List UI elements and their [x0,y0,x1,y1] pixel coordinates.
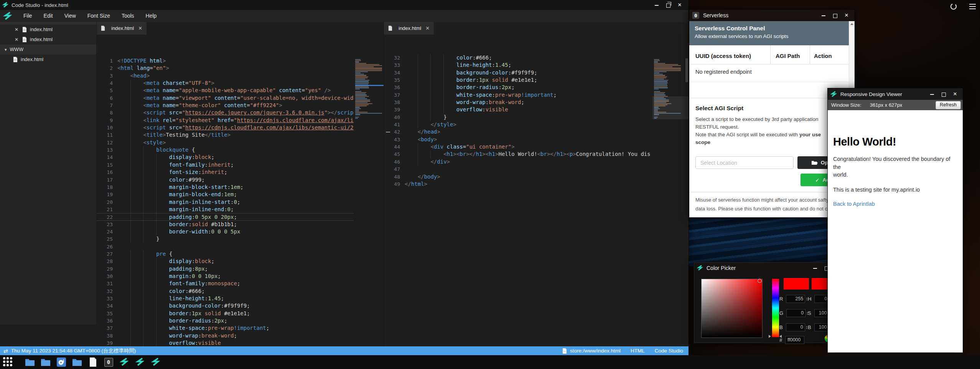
indent-guide [156,184,156,191]
restore-icon[interactable] [662,0,674,10]
maximize-icon[interactable] [938,89,949,99]
close-icon[interactable]: ✕ [15,35,18,45]
folder-icon[interactable] [72,357,82,367]
minimap[interactable] [354,58,384,346]
file-icon [388,26,393,31]
hue-input[interactable]: 0 [814,295,829,303]
indent-guide [130,206,131,213]
minimap-line [355,90,384,91]
status-appname[interactable]: Code Studio [655,348,683,354]
page-paragraph: Congratulation! You discovered the bound… [833,155,957,179]
indent-guide [130,124,131,131]
media-player-icon[interactable] [57,357,66,367]
indent-guide [156,288,156,295]
scroll-up-icon[interactable] [849,21,855,27]
minimize-icon[interactable] [818,10,829,21]
saturation-input[interactable]: 100 [814,309,829,317]
indent-guide [418,76,418,84]
editor-pane-right[interactable]: index.html ✕ 32 color:#666;33 line-heigh… [384,22,688,346]
indent-guide [130,295,131,302]
app-launcher-icon[interactable] [3,357,14,367]
menu-help[interactable]: Help [140,10,163,22]
menu-tools[interactable]: Tools [116,10,140,22]
section-title: Select AGI Script [695,105,743,112]
document-icon[interactable] [88,357,97,367]
code-studio-icon[interactable] [135,357,145,367]
minimize-icon[interactable] [809,263,821,273]
indent-guide [156,280,156,287]
minimap-line [355,112,384,113]
refresh-button[interactable]: Refresh [936,101,961,109]
field-label: G [779,310,783,316]
sidebar-item-index-html[interactable]: ✕ <> index.html [0,25,96,35]
red-input[interactable]: 255 [786,295,805,303]
close-icon[interactable]: ✕ [425,25,430,31]
close-icon[interactable]: × [674,0,685,10]
hue-marker-left[interactable] [769,335,771,338]
indent-guide [130,302,131,309]
column-divider [810,45,810,64]
sidebar-item-index-html[interactable]: ✕ <> index.html [0,35,96,45]
spinner-icon[interactable] [950,3,957,10]
sidebar-section-www[interactable]: ▾ WWW [0,45,96,55]
svg-text:<>: <> [23,38,26,41]
minimap[interactable] [652,58,688,346]
close-icon[interactable]: × [841,10,852,21]
close-icon[interactable]: × [949,89,961,99]
serverless-app-icon[interactable]: 0 [104,357,113,367]
code-line: 36 border-radius:2px; [97,317,384,324]
indent-guide [156,169,156,176]
saturation-cursor[interactable] [758,279,762,283]
close-icon[interactable]: ✕ [15,25,18,35]
code-editor[interactable]: 1<!DOCTYPE html>2<html lang="en">3 <head… [97,57,384,346]
back-to-aprintlab-link[interactable]: Back to Aprintlab [833,201,957,207]
editor-pane-left[interactable]: index.html ✕ 1<!DOCTYPE html>2<html lang… [97,22,384,346]
tab-index-html[interactable]: index.html ✕ [97,22,147,35]
status-file-path[interactable]: store:/www/index.html [570,348,621,354]
indent-guide [143,146,143,154]
hue-slider[interactable] [772,279,779,337]
minimap-line [355,101,384,101]
menu-file[interactable]: File [18,10,38,22]
title-bar: Code Studio - index.html × [0,0,688,10]
folder-icon[interactable] [41,357,50,367]
indent-guide [130,79,131,87]
status-language[interactable]: HTML [631,348,645,354]
stepper-icon[interactable]: ▴▾ [806,297,807,301]
minimap-viewport[interactable] [652,96,688,119]
code-studio-icon[interactable] [151,357,160,367]
minimap-line [355,93,384,94]
folder-icon[interactable] [25,357,35,367]
green-input[interactable]: 0 [786,309,805,317]
indent-guide [130,102,131,109]
minimize-icon[interactable] [926,89,938,99]
maximize-icon[interactable] [829,10,841,21]
hamburger-menu-icon[interactable] [969,4,976,9]
scrollbar-thumb[interactable] [685,58,688,82]
menu-edit[interactable]: Edit [38,10,59,22]
sidebar-item-index-html[interactable]: <> index.html [0,55,96,65]
brightness-input[interactable]: 100 [814,323,829,331]
code-line: 34 background-color:#f9f9f9; [384,69,688,76]
indent-guide [418,61,418,69]
minimap-line [654,89,688,89]
select-location-input[interactable] [695,156,794,169]
minimap-line [355,91,384,92]
close-icon[interactable]: ✕ [138,25,142,31]
hex-input[interactable]: ff0000 [785,336,804,344]
code-line: 30 margin:0 0 10px; [97,273,384,280]
menu-font-size[interactable]: Font Size [82,10,116,22]
tab-index-html[interactable]: index.html ✕ [384,22,434,35]
minimize-icon[interactable] [651,0,662,10]
code-studio-icon[interactable] [120,357,129,367]
code-editor[interactable]: 32 color:#666;33 line-height:1.45;34 bac… [384,54,688,346]
blue-input[interactable]: 0 [786,323,805,331]
saturation-square[interactable] [701,279,763,338]
stepper-icon[interactable]: ▴▾ [806,326,807,329]
indent-guide [130,191,131,198]
indent-guide [143,228,143,235]
code-studio-logo-icon [3,12,12,21]
minimap-line [654,92,688,93]
file-icon: <> [562,348,567,354]
menu-view[interactable]: View [59,10,82,22]
